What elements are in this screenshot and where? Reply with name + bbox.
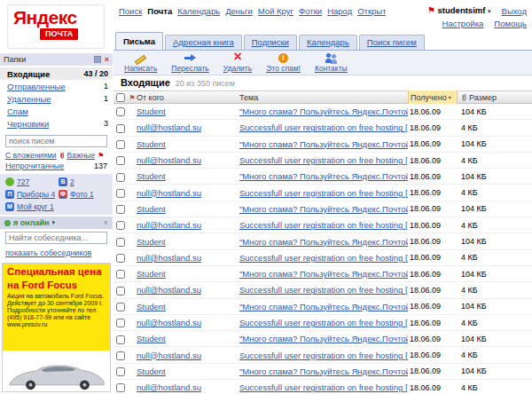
- email-subject[interactable]: "Много спама? Пользуйтесь Яндекс.Почтой …: [239, 269, 408, 279]
- top-nav-link[interactable]: Почта: [147, 6, 172, 16]
- toolbar-button[interactable]: Удалить: [223, 52, 252, 73]
- settings-link[interactable]: Настройка: [442, 18, 484, 30]
- email-row[interactable]: null@hostland.su Successfull user regist…: [113, 380, 532, 394]
- email-subject[interactable]: Successfull user registration on free ho…: [239, 122, 408, 132]
- mail-tab[interactable]: Поиск писем: [359, 35, 425, 50]
- email-row[interactable]: null@hostland.su Successfull user regist…: [113, 185, 532, 201]
- email-row[interactable]: Student "Много спама? Пользуйтесь Яндекс…: [113, 266, 532, 282]
- widget-item[interactable]: 727: [5, 177, 57, 186]
- email-checkbox[interactable]: [116, 156, 125, 165]
- email-checkbox[interactable]: [116, 107, 125, 116]
- email-checkbox[interactable]: [116, 205, 125, 214]
- email-sender[interactable]: Student: [137, 269, 239, 279]
- email-checkbox[interactable]: [116, 383, 125, 392]
- folders-settings-icon[interactable]: [94, 56, 101, 63]
- widget-item[interactable]: П Приборы 4: [5, 190, 57, 199]
- mail-tab[interactable]: Подписки: [244, 35, 297, 50]
- email-sender[interactable]: null@hostland.su: [137, 285, 239, 295]
- mail-tab[interactable]: Календарь: [299, 35, 357, 50]
- top-nav-link[interactable]: Народ: [327, 6, 352, 16]
- email-subject[interactable]: "Много спама? Пользуйтесь Яндекс.Почтой …: [239, 302, 408, 311]
- top-nav-link[interactable]: Фотки: [299, 6, 322, 16]
- email-subject[interactable]: "Много спама? Пользуйтесь Яндекс.Почтой …: [239, 204, 408, 214]
- email-sender[interactable]: Student: [137, 366, 239, 376]
- email-subject[interactable]: Successfull user registration on free ho…: [239, 318, 408, 327]
- folder-item[interactable]: Спам: [0, 105, 113, 117]
- top-nav-link[interactable]: Открытки: [357, 6, 386, 16]
- toolbar-button[interactable]: Это спам!: [266, 52, 301, 73]
- folder-item[interactable]: Черновики 3: [0, 117, 113, 130]
- logout-link[interactable]: Выход: [502, 5, 527, 18]
- email-subject[interactable]: "Много спама? Пользуйтесь Яндекс.Почтой …: [239, 139, 408, 149]
- toolbar-button[interactable]: Переслать: [171, 52, 208, 73]
- contact-search-input[interactable]: [5, 232, 107, 244]
- top-nav-link[interactable]: Мой Круг: [258, 6, 293, 16]
- email-row[interactable]: null@hostland.su Successfull user regist…: [113, 217, 532, 233]
- email-checkbox[interactable]: [116, 351, 125, 360]
- email-subject[interactable]: "Много спама? Пользуйтесь Яндекс.Почтой …: [239, 366, 408, 376]
- folder-item[interactable]: Отправленные 1: [0, 80, 113, 92]
- email-subject[interactable]: Successfull user registration on free ho…: [239, 382, 408, 392]
- help-link[interactable]: Помощь: [494, 18, 527, 30]
- email-row[interactable]: Student "Много спама? Пользуйтесь Яндекс…: [113, 137, 532, 153]
- email-subject[interactable]: Successfull user registration on free ho…: [239, 351, 408, 360]
- important-filter-link[interactable]: Важные: [67, 151, 96, 160]
- email-row[interactable]: null@hostland.su Successfull user regist…: [113, 282, 532, 298]
- email-sender[interactable]: Student: [137, 171, 239, 181]
- email-checkbox[interactable]: [116, 173, 125, 182]
- email-row[interactable]: null@hostland.su Successfull user regist…: [113, 250, 532, 266]
- email-sender[interactable]: null@hostland.su: [137, 155, 239, 165]
- folders-close-icon[interactable]: ×: [105, 56, 109, 64]
- email-row[interactable]: Student "Много спама? Пользуйтесь Яндекс…: [113, 299, 532, 315]
- mail-tab[interactable]: Адресная книга: [165, 35, 242, 50]
- email-sender[interactable]: null@hostland.su: [137, 220, 239, 230]
- mail-search-input[interactable]: [5, 135, 107, 147]
- widget-item[interactable]: В 2: [59, 177, 107, 186]
- email-row[interactable]: Student "Много спама? Пользуйтесь Яндекс…: [113, 201, 532, 217]
- email-checkbox[interactable]: [116, 238, 125, 247]
- email-subject[interactable]: "Много спама? Пользуйтесь Яндекс.Почтой …: [239, 106, 408, 116]
- folder-item[interactable]: Удаленные 1: [0, 92, 113, 105]
- email-row[interactable]: null@hostland.su Successfull user regist…: [113, 120, 532, 136]
- top-nav-link[interactable]: Деньги: [225, 6, 253, 16]
- mail-tab[interactable]: Письма: [115, 32, 163, 50]
- top-nav-link[interactable]: Поиск: [119, 6, 142, 16]
- email-subject[interactable]: Successfull user registration on free ho…: [239, 253, 408, 263]
- user-name[interactable]: studentsimf: [438, 5, 486, 15]
- messenger-close-icon[interactable]: ×: [104, 218, 108, 227]
- email-sender[interactable]: Student: [137, 302, 239, 311]
- email-sender[interactable]: null@hostland.su: [137, 253, 239, 263]
- email-sender[interactable]: null@hostland.su: [137, 351, 239, 360]
- email-checkbox[interactable]: [116, 189, 125, 198]
- email-row[interactable]: null@hostland.su Successfull user regist…: [113, 315, 532, 331]
- email-checkbox[interactable]: [116, 124, 125, 133]
- email-row[interactable]: Student "Много спама? Пользуйтесь Яндекс…: [113, 169, 532, 185]
- widget-item[interactable]: Ф Фото 1: [59, 190, 107, 199]
- attachments-filter-link[interactable]: С вложениями: [5, 151, 57, 160]
- select-all-checkbox[interactable]: [116, 93, 125, 102]
- email-subject[interactable]: Successfull user registration on free ho…: [239, 285, 408, 295]
- email-checkbox[interactable]: [116, 270, 125, 279]
- toolbar-button[interactable]: Написать: [124, 52, 157, 73]
- user-menu-caret-icon[interactable]: ▾: [488, 8, 491, 14]
- yandex-logo[interactable]: Яндекс ПОЧТА: [7, 4, 105, 49]
- email-subject[interactable]: Successfull user registration on free ho…: [239, 155, 408, 165]
- email-subject[interactable]: Successfull user registration on free ho…: [239, 220, 408, 230]
- online-caret-icon[interactable]: ▾: [51, 219, 55, 226]
- email-row[interactable]: Student "Много спама? Пользуйтесь Яндекс…: [113, 233, 532, 249]
- folder-item[interactable]: Входящие 43 / 20: [0, 67, 113, 80]
- column-from[interactable]: От кого: [137, 93, 239, 102]
- show-contacts-link[interactable]: показать собеседников: [0, 247, 113, 260]
- email-checkbox[interactable]: [116, 367, 125, 376]
- unread-filter-link[interactable]: Непрочитанные: [5, 162, 64, 170]
- top-nav-link[interactable]: Календарь: [177, 6, 220, 16]
- email-sender[interactable]: null@hostland.su: [137, 122, 239, 132]
- email-sender[interactable]: null@hostland.su: [137, 188, 239, 198]
- email-sender[interactable]: null@hostland.su: [137, 318, 239, 327]
- email-subject[interactable]: "Много спама? Пользуйтесь Яндекс.Почтой …: [239, 171, 408, 181]
- email-sender[interactable]: Student: [137, 106, 239, 116]
- column-received[interactable]: Получено ▾: [408, 91, 458, 104]
- email-row[interactable]: Student "Много спама? Пользуйтесь Яндекс…: [113, 364, 532, 380]
- email-checkbox[interactable]: [116, 254, 125, 263]
- ad-banner[interactable]: Специальная цена на Ford Focus Акция на …: [2, 263, 111, 392]
